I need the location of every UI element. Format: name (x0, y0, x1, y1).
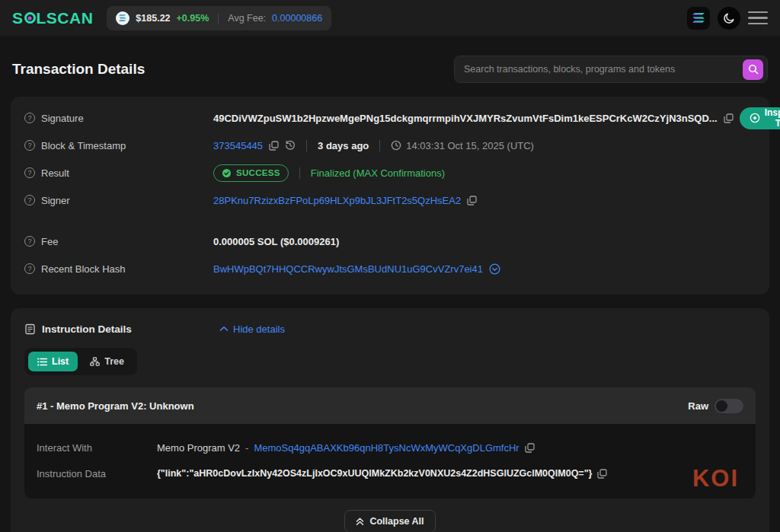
double-chevron-up-icon (356, 517, 364, 526)
hamburger-icon (748, 11, 768, 14)
copy-icon (525, 443, 535, 453)
check-circle-icon (222, 168, 232, 178)
block-age: 3 days ago (318, 140, 369, 151)
divider (299, 167, 300, 179)
interact-program: Memo Program V2 (157, 442, 240, 454)
block-history-button[interactable] (285, 140, 296, 151)
expand-hash-button[interactable] (489, 263, 500, 275)
copy-data-button[interactable] (597, 469, 607, 479)
page-head: Transaction Details (0, 36, 780, 97)
history-icon (285, 140, 296, 151)
clock-icon (391, 140, 401, 151)
row-recent-block-hash: ? Recent Block Hash BwHWpBQt7HHQCCRwywJt… (24, 255, 756, 282)
brand-text-rest: LSCAN (37, 9, 94, 27)
copy-icon (467, 196, 477, 205)
signer-label: Signer (41, 195, 70, 206)
collapse-all-button[interactable]: Collapse All (344, 510, 435, 532)
question-icon: ? (24, 113, 35, 123)
row-fee: ? Fee 0.000005 SOL ($0.0009261) (24, 228, 756, 255)
result-label: Result (41, 167, 69, 179)
block-number-link[interactable]: 373545445 (213, 140, 263, 151)
success-badge: SUCCESS (213, 164, 289, 182)
divider (306, 140, 307, 151)
section-spacer (24, 214, 756, 228)
avg-fee-value[interactable]: 0.00000866 (272, 13, 322, 24)
document-icon (24, 323, 36, 335)
separator: - (245, 442, 248, 454)
sol-change: +0.95% (177, 13, 209, 24)
tree-view-button[interactable]: Tree (81, 352, 133, 371)
question-icon: ? (24, 140, 35, 151)
page-title: Transaction Details (12, 61, 145, 78)
search-button[interactable] (743, 59, 763, 80)
search-icon (748, 64, 759, 75)
chevron-down-circle-icon (489, 263, 500, 275)
solana-coin-icon (116, 11, 129, 25)
row-result: ? Result SUCCESS Finalized (MAX Confirma… (24, 159, 756, 186)
instruction-card: #1 - Memo Program V2: Unknown Raw Intera… (24, 387, 756, 499)
hide-details-toggle[interactable]: Hide details (219, 323, 285, 335)
toggle-knob (716, 400, 727, 412)
block-label: Block & Timestamp (41, 140, 126, 151)
instruction-card-header: #1 - Memo Program V2: Unknown Raw (24, 387, 756, 424)
list-view-button[interactable]: List (28, 352, 78, 371)
instruction-data-row: Instruction Data {"link":"aHR0cDovLzIxNy… (37, 460, 743, 486)
koi-watermark: KOI (692, 465, 739, 492)
signature-label: Signature (41, 113, 84, 124)
hash-label: Recent Block Hash (41, 263, 126, 275)
search-bar (454, 56, 768, 83)
overview-panel: ? Signature 49CDiVWZpuSW1b2HpzweMgePNg15… (11, 97, 769, 295)
solscan-logo[interactable]: SLSCAN (12, 9, 93, 27)
menu-button[interactable] (748, 7, 768, 30)
row-signer: ? Signer 28PKnu7RzizxBzFPoLp69HLXp9bJL3J… (24, 186, 756, 214)
copy-icon (597, 469, 607, 479)
top-header: SLSCAN $185.22 +0.95% Avg Fee: 0.0000086… (0, 0, 780, 36)
signature-value: 49CDiVWZpuSW1b2HpzweMgePNg15dckgmqrrmpih… (213, 113, 718, 124)
hash-link[interactable]: BwHWpBQt7HHQCCRwywJtsGMsBUdNU1uG9CvVZrv7… (213, 263, 483, 275)
theme-toggle-button[interactable] (718, 7, 740, 30)
eye-icon (750, 113, 760, 123)
instructions-head: Instruction Details Hide details (24, 316, 756, 342)
raw-label: Raw (688, 400, 708, 412)
avg-fee-label: Avg Fee: (228, 13, 266, 24)
search-input[interactable] (464, 64, 743, 75)
moon-icon (723, 12, 735, 24)
fee-label: Fee (41, 236, 58, 247)
instruction-data-label: Instruction Data (37, 468, 157, 479)
finality-text: Finalized (MAX Confirmations) (311, 167, 445, 179)
copy-icon (724, 113, 734, 123)
raw-toggle[interactable] (714, 399, 743, 413)
interact-label: Interact With (37, 442, 157, 454)
copy-signer-button[interactable] (467, 196, 477, 205)
row-signature: ? Signature 49CDiVWZpuSW1b2HpzweMgePNg15… (24, 104, 756, 132)
instructions-title: Instruction Details (42, 323, 132, 335)
interact-address-link[interactable]: MemoSq4gqABAXKb96qnH8TysNcWxMyWCqXgDLGmf… (254, 442, 519, 454)
question-icon: ? (24, 263, 35, 274)
divider (379, 140, 380, 151)
inspect-tx-button[interactable]: Inspect Tx (740, 107, 780, 129)
copy-interact-button[interactable] (525, 443, 535, 453)
solscan-o-icon (24, 12, 36, 24)
copy-signature-button[interactable] (724, 113, 734, 123)
sol-price-widget: $185.22 +0.95% Avg Fee: 0.00000866 (107, 6, 331, 30)
fee-value: 0.000005 SOL ($0.0009261) (213, 236, 339, 247)
chevron-up-icon (219, 326, 229, 332)
signer-link[interactable]: 28PKnu7RzizxBzFPoLp69HLXp9bJL3JFtT2s5QzH… (213, 195, 461, 206)
list-icon (37, 358, 47, 366)
instruction-card-body: Interact With Memo Program V2 - MemoSq4g… (24, 424, 756, 499)
view-toggle: List Tree (24, 348, 137, 375)
tree-icon (90, 357, 100, 366)
question-icon: ? (24, 236, 35, 247)
question-icon: ? (24, 195, 35, 205)
instruction-title: #1 - Memo Program V2: Unknown (37, 400, 194, 412)
top-actions (687, 7, 768, 30)
solana-network-button[interactable] (687, 7, 710, 30)
instructions-panel: Instruction Details Hide details List Tr… (11, 308, 769, 532)
question-icon: ? (24, 167, 35, 178)
copy-block-button[interactable] (269, 141, 279, 151)
row-block-timestamp: ? Block & Timestamp 373545445 3 days ago… (24, 132, 756, 159)
instruction-data-value: {"link":"aHR0cDovLzIxNy42OS4zLjIxOC9xUUQ… (157, 468, 592, 479)
solana-icon (692, 13, 705, 23)
price-divider (218, 13, 219, 24)
block-time: 14:03:31 Oct 15, 2025 (UTC) (406, 140, 534, 151)
